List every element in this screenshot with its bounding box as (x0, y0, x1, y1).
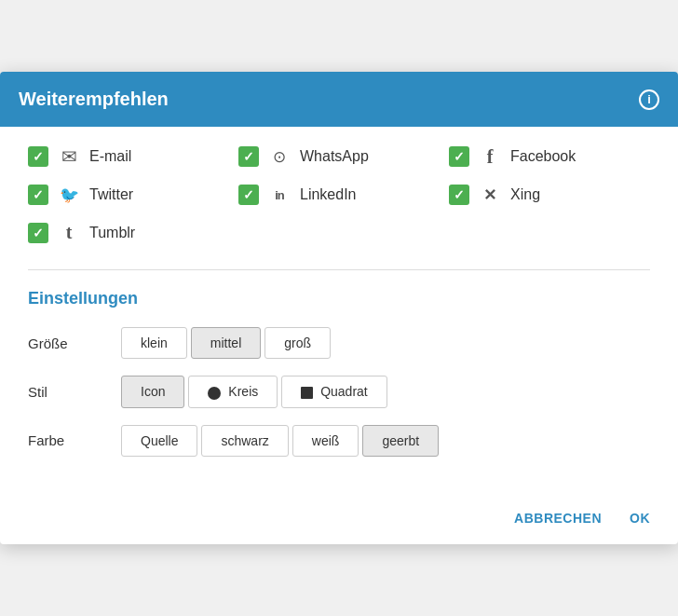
style-label: Stil (28, 384, 121, 400)
color-option-weiss[interactable]: weiß (292, 425, 359, 457)
social-item-email[interactable]: ✉ E-mail (28, 145, 229, 168)
whatsapp-icon: ⊙ (268, 147, 291, 167)
linkedin-label: LinkedIn (300, 186, 357, 203)
social-item-xing[interactable]: ✕ Xing (449, 185, 650, 205)
facebook-label: Facebook (510, 148, 576, 165)
style-option-quadrat[interactable]: Quadrat (281, 376, 386, 407)
dialog-header: Weiterempfehlen i (0, 72, 678, 127)
color-label: Farbe (28, 432, 121, 448)
color-option-schwarz[interactable]: schwarz (201, 425, 288, 457)
cancel-button[interactable]: ABBRECHEN (514, 511, 602, 526)
dialog: Weiterempfehlen i ✉ E-mail ⊙ WhatsApp f … (0, 72, 678, 543)
email-icon: ✉ (58, 145, 80, 168)
tumblr-label: Tumblr (89, 225, 135, 241)
twitter-label: Twitter (89, 186, 133, 203)
social-grid: ✉ E-mail ⊙ WhatsApp f Facebook 🐦 Twitter (28, 145, 650, 243)
checkbox-email[interactable] (28, 146, 48, 167)
dialog-footer: ABBRECHEN OK (0, 492, 678, 544)
social-item-whatsapp[interactable]: ⊙ WhatsApp (238, 145, 440, 168)
circle-icon (208, 387, 221, 400)
ok-button[interactable]: OK (630, 511, 650, 526)
style-row: Stil Icon Kreis Quadrat (28, 376, 650, 407)
social-item-linkedin[interactable]: in LinkedIn (238, 185, 440, 205)
checkbox-tumblr[interactable] (28, 223, 48, 243)
whatsapp-label: WhatsApp (300, 148, 369, 165)
linkedin-icon: in (268, 188, 291, 202)
size-option-gross[interactable]: groß (264, 327, 331, 359)
xing-label: Xing (510, 186, 540, 203)
social-item-facebook[interactable]: f Facebook (449, 145, 650, 168)
social-item-twitter[interactable]: 🐦 Twitter (28, 185, 229, 205)
size-options: klein mittel groß (121, 327, 334, 359)
square-icon (301, 387, 313, 399)
facebook-icon: f (479, 146, 501, 168)
checkbox-facebook[interactable] (449, 146, 469, 167)
color-row: Farbe Quelle schwarz weiß geerbt (28, 425, 650, 457)
checkbox-twitter[interactable] (28, 185, 48, 205)
checkbox-xing[interactable] (449, 185, 469, 205)
twitter-icon: 🐦 (58, 185, 80, 205)
color-option-geerbt[interactable]: geerbt (362, 425, 439, 457)
dialog-title: Weiterempfehlen (19, 89, 169, 110)
checkbox-whatsapp[interactable] (238, 146, 259, 167)
color-options: Quelle schwarz weiß geerbt (121, 425, 442, 457)
dialog-content: ✉ E-mail ⊙ WhatsApp f Facebook 🐦 Twitter (0, 127, 678, 491)
divider (28, 269, 650, 270)
settings-title: Einstellungen (28, 289, 650, 308)
style-option-icon[interactable]: Icon (121, 376, 184, 407)
style-option-kreis[interactable]: Kreis (188, 376, 278, 407)
style-options: Icon Kreis Quadrat (121, 376, 391, 407)
settings-section: Einstellungen Größe klein mittel groß St… (28, 289, 650, 456)
email-label: E-mail (89, 148, 131, 165)
size-option-mittel[interactable]: mittel (191, 327, 261, 359)
size-row: Größe klein mittel groß (28, 327, 650, 359)
tumblr-icon: t (58, 222, 80, 243)
color-option-quelle[interactable]: Quelle (121, 425, 197, 457)
checkbox-linkedin[interactable] (238, 185, 259, 205)
xing-icon: ✕ (479, 185, 501, 205)
size-label: Größe (28, 335, 121, 351)
info-button[interactable]: i (639, 89, 659, 110)
social-item-tumblr[interactable]: t Tumblr (28, 222, 229, 243)
size-option-klein[interactable]: klein (121, 327, 187, 359)
